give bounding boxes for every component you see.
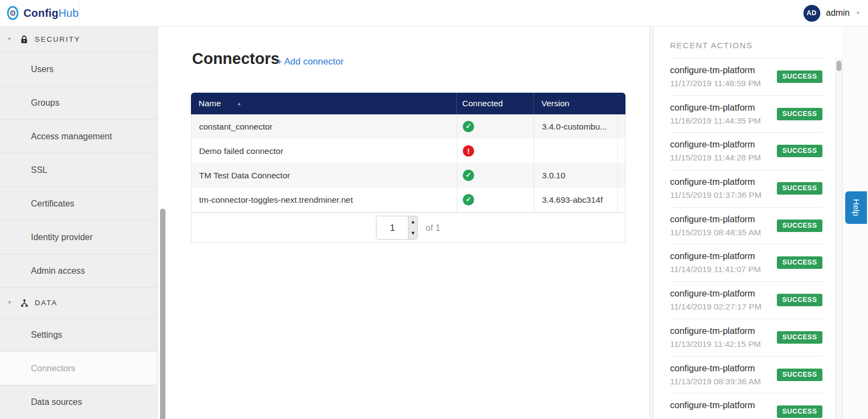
page-count-label: of 1 (425, 223, 441, 233)
recent-action-item: configure-tm-platform 11/14/2019 02:27:1… (670, 282, 822, 319)
page-up-button[interactable]: ▲ (409, 216, 417, 228)
add-connector-button[interactable]: + Add connector (277, 56, 343, 67)
sidebar-section-label: SECURITY (35, 35, 80, 43)
column-header-version[interactable]: Version (533, 93, 617, 114)
connection-status-icon (463, 145, 474, 157)
connector-name-cell: constant_connector (192, 114, 457, 139)
status-badge: SUCCESS (777, 294, 822, 306)
panel-divider (649, 27, 654, 419)
status-badge: SUCCESS (777, 256, 822, 269)
main-scrollbar-thumb[interactable] (160, 209, 165, 419)
page-number-input[interactable] (376, 216, 408, 239)
sidebar-item[interactable]: Data sources (0, 385, 157, 418)
version-cell: 3.4.0-custombu... (534, 114, 617, 139)
connection-status-icon (463, 121, 474, 132)
chevron-down-icon: ▼ (7, 300, 14, 305)
sidebar-item[interactable]: Admin access (0, 254, 157, 287)
connectors-table: Name ▲ Connected Version constant_connec… (191, 93, 626, 243)
sidebar-item-label: Users (31, 65, 54, 74)
connector-name-cell: tm-connector-toggles-next.trendminer.net (192, 188, 457, 212)
sidebar-item[interactable]: Settings (0, 318, 157, 351)
help-tab[interactable]: Help (845, 191, 867, 224)
column-header-name[interactable]: Name ▲ (191, 93, 456, 114)
sidebar-item-label: SSL (31, 165, 47, 175)
connector-name-cell: TM Test Data Connector (192, 163, 457, 188)
status-badge: SUCCESS (777, 369, 822, 381)
page-title: Connectors (192, 50, 279, 68)
sidebar-item[interactable]: Identity provider (0, 220, 157, 254)
top-bar: ⚙ ConfigHub AD admin ▼ (0, 0, 868, 27)
sidebar-section-label: DATA (35, 299, 58, 307)
page-number-box: ▲ ▼ (376, 216, 418, 240)
recent-action-item: configure-tm-platform SUCCESS (670, 394, 822, 419)
version-cell: 3.0.10 (534, 163, 617, 188)
recent-action-item: configure-tm-platform 11/13/2019 11:42:1… (670, 319, 822, 357)
recent-action-item: configure-tm-platform 11/15/2019 08:48:3… (670, 208, 822, 245)
recent-action-item: configure-tm-platform 11/13/2019 08:39:3… (670, 357, 822, 394)
pagination: ▲ ▼ of 1 (376, 216, 441, 240)
sidebar-item-label: Settings (31, 330, 62, 339)
sidebar-item-label: Groups (31, 98, 59, 107)
connected-cell (457, 163, 534, 188)
page-down-button[interactable]: ▼ (409, 228, 417, 239)
page-stepper: ▲ ▼ (408, 216, 417, 239)
confighub-app: ⚙ ConfigHub AD admin ▼ ▼ SECURITY Users (0, 0, 868, 419)
sidebar-item-label: Data sources (31, 397, 82, 407)
sidebar-item[interactable]: Certificates (0, 186, 157, 220)
panel-scrollbar[interactable] (835, 58, 843, 419)
column-header-connected[interactable]: Connected (456, 93, 533, 114)
sidebar: ▼ SECURITY Users Groups Access managemen… (0, 27, 158, 419)
connected-cell (457, 188, 534, 212)
avatar: AD (803, 5, 820, 22)
main-scrollbar[interactable] (160, 27, 166, 419)
app-logo[interactable]: ⚙ ConfigHub (0, 0, 79, 26)
sidebar-data-items: Settings Connectors Data sources (0, 318, 157, 418)
chevron-down-icon: ▼ (856, 11, 860, 16)
panel-scrollbar-thumb[interactable] (837, 61, 841, 71)
status-badge: SUCCESS (777, 405, 822, 418)
status-badge: SUCCESS (777, 182, 822, 195)
recent-actions-title: RECENT ACTIONS (670, 27, 822, 59)
connected-cell (457, 139, 534, 163)
sidebar-item[interactable]: Connectors (0, 351, 157, 385)
user-name: admin (826, 8, 850, 18)
sidebar-item[interactable]: SSL (0, 153, 157, 186)
status-badge: SUCCESS (777, 145, 822, 157)
version-cell: 3.4.693-abc314f (534, 188, 617, 212)
recent-action-item: configure-tm-platform 11/16/2019 11:44:3… (670, 96, 822, 133)
table-footer: ▲ ▼ of 1 (191, 212, 626, 243)
spare-cell (617, 139, 625, 163)
status-badge: SUCCESS (777, 331, 822, 344)
sidebar-section-security[interactable]: ▼ SECURITY (0, 27, 157, 52)
table-row[interactable]: tm-connector-toggles-next.trendminer.net… (192, 188, 625, 212)
recent-action-item: configure-tm-platform 11/15/2019 11:44:2… (670, 133, 822, 170)
sidebar-item[interactable]: Access management (0, 119, 157, 153)
connected-cell (457, 114, 534, 139)
spare-cell (617, 188, 625, 212)
network-icon (20, 299, 29, 307)
sidebar-security-items: Users Groups Access management SSL Certi… (0, 52, 157, 287)
recent-action-item: configure-tm-platform 11/15/2019 01:37:3… (670, 170, 822, 208)
sort-asc-icon: ▲ (237, 101, 241, 106)
lock-icon (20, 35, 29, 44)
connection-status-icon (463, 170, 474, 181)
table-header-row: Name ▲ Connected Version (191, 93, 626, 114)
status-badge: SUCCESS (777, 70, 822, 83)
recent-action-item: configure-tm-platform 11/17/2019 11:48:5… (670, 59, 822, 96)
table-row[interactable]: TM Test Data Connector 3.0.10 (192, 163, 625, 188)
recent-actions-list: configure-tm-platform 11/17/2019 11:48:5… (670, 59, 822, 419)
table-row[interactable]: constant_connector 3.4.0-custombu... (192, 114, 625, 139)
connector-name-cell: Demo failed connector (192, 139, 457, 163)
brand-text: ConfigHub (23, 7, 79, 20)
sidebar-item[interactable]: Users (0, 52, 157, 86)
column-header-spare (617, 93, 626, 114)
sidebar-item-label: Admin access (31, 266, 85, 275)
sidebar-item-label: Identity provider (31, 233, 93, 242)
recent-action-item: configure-tm-platform 11/14/2019 11:41:0… (670, 244, 822, 282)
sidebar-item[interactable]: Groups (0, 86, 157, 119)
spare-cell (617, 114, 625, 139)
user-menu[interactable]: AD admin ▼ (803, 0, 861, 26)
table-row[interactable]: Demo failed connector (192, 139, 625, 163)
sidebar-section-data[interactable]: ▼ DATA (0, 287, 157, 318)
spare-cell (617, 163, 625, 188)
